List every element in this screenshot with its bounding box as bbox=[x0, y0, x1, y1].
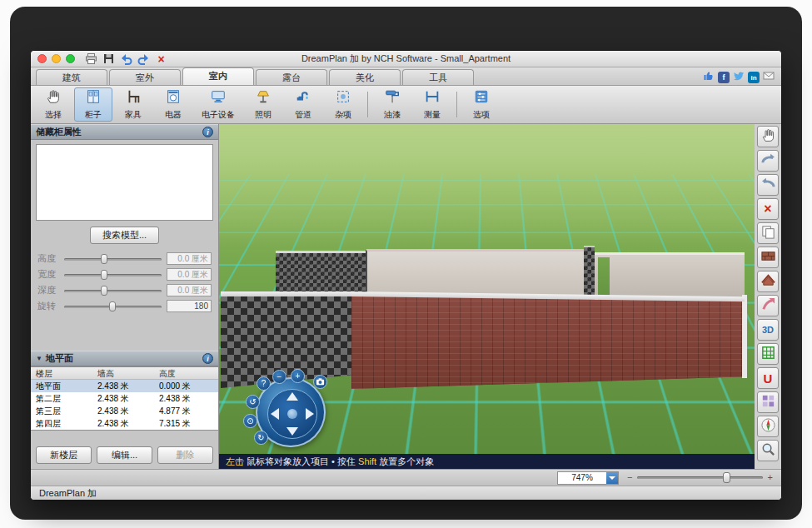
orbit-left-button[interactable] bbox=[757, 150, 779, 172]
column-header[interactable]: 楼层 bbox=[31, 367, 92, 379]
redo-icon[interactable] bbox=[137, 52, 150, 65]
info-icon[interactable]: i bbox=[202, 127, 213, 137]
zoom-in-button[interactable]: + bbox=[291, 369, 305, 383]
tool-plumbing[interactable]: 管道 bbox=[284, 87, 322, 122]
zoom-in-icon[interactable]: + bbox=[768, 473, 773, 482]
tool-measure[interactable]: 测量 bbox=[413, 87, 451, 122]
pan-tool-button[interactable] bbox=[757, 126, 779, 147]
info-icon[interactable]: i bbox=[202, 353, 213, 364]
column-header[interactable]: 高度 bbox=[154, 367, 216, 379]
find-tool-button[interactable] bbox=[757, 440, 779, 461]
table-row[interactable]: 地平面 2.438 米 0.000 米 bbox=[31, 380, 218, 392]
tool-options[interactable]: 选项 bbox=[462, 87, 501, 122]
table-row[interactable]: 第四层 2.438 米 7.315 米 bbox=[31, 417, 218, 430]
like-icon[interactable] bbox=[703, 70, 715, 85]
slider-thumb[interactable] bbox=[101, 270, 107, 280]
facebook-icon[interactable]: f bbox=[718, 72, 730, 83]
height-slider[interactable] bbox=[64, 253, 162, 265]
tab-deck[interactable]: 露台 bbox=[256, 69, 327, 85]
delete-object-button[interactable]: × bbox=[757, 198, 779, 220]
edit-floor-button[interactable]: 编辑... bbox=[97, 446, 152, 464]
copy-button[interactable] bbox=[757, 222, 779, 244]
tool-furniture[interactable]: 家具 bbox=[114, 87, 152, 122]
tool-label: 电子设备 bbox=[202, 109, 235, 121]
column-header[interactable]: 墙高 bbox=[92, 367, 154, 379]
floors-panel-title: 地平面 bbox=[46, 352, 73, 365]
joystick-center[interactable] bbox=[287, 409, 297, 419]
depth-value-field[interactable] bbox=[167, 284, 212, 296]
toolbar-separator bbox=[367, 92, 368, 117]
tool-misc[interactable]: 杂项 bbox=[324, 87, 362, 122]
slider-thumb[interactable] bbox=[101, 254, 107, 264]
app-name-label: DreamPlan 加 bbox=[39, 487, 97, 500]
table-row[interactable]: 第三层 2.438 米 4.877 米 bbox=[31, 405, 218, 417]
rotate-ccw-button[interactable]: ↺ bbox=[246, 395, 260, 409]
tool-select[interactable]: 选择 bbox=[34, 87, 72, 122]
dropdown-arrow-icon[interactable] bbox=[606, 472, 618, 484]
tab-tools[interactable]: 工具 bbox=[402, 69, 474, 85]
rotation-slider[interactable] bbox=[64, 301, 162, 312]
zoom-level-dropdown[interactable]: 747% bbox=[557, 471, 619, 485]
wall-tool-button[interactable] bbox=[757, 247, 779, 268]
viewport-3d[interactable]: ? − + ↺ ⊙ ↻ 左击 鼠标将对象放入项目 • 按住 Shift 放置多个… bbox=[219, 124, 755, 469]
zoom-slider-track[interactable] bbox=[637, 472, 762, 483]
tab-landscaping[interactable]: 美化 bbox=[329, 69, 401, 85]
pan-left-arrow-icon[interactable] bbox=[271, 408, 279, 420]
pan-down-arrow-icon[interactable] bbox=[286, 427, 298, 436]
tab-building[interactable]: 建筑 bbox=[36, 69, 107, 85]
delete-icon[interactable]: × bbox=[155, 52, 167, 65]
table-row[interactable]: 第二层 2.438 米 2.438 米 bbox=[31, 392, 218, 405]
slider-thumb[interactable] bbox=[101, 286, 107, 296]
tool-lighting[interactable]: 照明 bbox=[244, 87, 282, 122]
search-models-button[interactable]: 搜索模型... bbox=[90, 227, 159, 244]
layout-grid-button[interactable] bbox=[757, 391, 779, 413]
rotate-cw-button[interactable]: ↻ bbox=[254, 431, 268, 445]
tab-outdoor[interactable]: 室外 bbox=[109, 69, 181, 85]
pan-up-arrow-icon[interactable] bbox=[286, 392, 298, 401]
save-icon[interactable] bbox=[102, 52, 115, 65]
minimize-button[interactable] bbox=[52, 54, 61, 63]
camera-button[interactable] bbox=[313, 375, 327, 389]
look-around-button[interactable]: ⊙ bbox=[243, 414, 257, 428]
close-button[interactable] bbox=[37, 54, 47, 63]
floors-panel-header[interactable]: ▼ 地平面 i bbox=[31, 351, 218, 366]
slider-thumb[interactable] bbox=[109, 301, 116, 311]
tool-paint[interactable]: 油漆 bbox=[373, 87, 411, 122]
roof-tool-button[interactable] bbox=[757, 271, 779, 292]
undo-icon[interactable] bbox=[120, 52, 132, 65]
curved-arrow-icon bbox=[760, 152, 776, 171]
linkedin-icon[interactable]: in bbox=[748, 72, 760, 83]
maximize-button[interactable] bbox=[66, 54, 75, 63]
delete-floor-button[interactable]: 删除 bbox=[157, 446, 213, 464]
snap-toggle-button[interactable]: U bbox=[757, 367, 779, 389]
height-value-field[interactable] bbox=[167, 252, 212, 265]
zoom-out-button[interactable]: − bbox=[272, 370, 286, 384]
new-floor-button[interactable]: 新楼层 bbox=[36, 446, 92, 464]
email-icon[interactable] bbox=[763, 70, 775, 85]
tool-electronics[interactable]: 电子设备 bbox=[194, 87, 242, 122]
rotation-value-field[interactable] bbox=[167, 300, 212, 312]
compass-icon bbox=[760, 417, 776, 436]
print-icon[interactable] bbox=[85, 52, 97, 65]
width-value-field[interactable] bbox=[167, 268, 212, 281]
width-slider[interactable] bbox=[64, 269, 162, 281]
zoom-out-icon[interactable]: − bbox=[627, 473, 632, 482]
orbit-right-button[interactable] bbox=[757, 174, 779, 196]
tab-indoor[interactable]: 室内 bbox=[182, 67, 254, 85]
view-3d-button[interactable]: 3D bbox=[757, 319, 779, 341]
pan-right-arrow-icon[interactable] bbox=[306, 408, 314, 420]
help-button[interactable]: ? bbox=[257, 376, 271, 391]
depth-slider[interactable] bbox=[64, 285, 162, 296]
grid-toggle-button[interactable] bbox=[757, 343, 779, 365]
zoom-slider-thumb[interactable] bbox=[723, 472, 730, 483]
elevation: 7.315 米 bbox=[154, 417, 216, 430]
twitter-icon[interactable] bbox=[733, 70, 745, 85]
tool-cabinets[interactable]: 柜子 bbox=[74, 87, 112, 122]
pan-joystick[interactable] bbox=[267, 389, 317, 439]
wall-height: 2.438 米 bbox=[92, 392, 154, 405]
interior-wall bbox=[595, 252, 745, 300]
properties-sidebar: 储藏柜属性 i 搜索模型... 高度 宽度 深度 bbox=[31, 124, 219, 469]
tool-appliances[interactable]: 电器 bbox=[154, 87, 192, 122]
material-tool-button[interactable] bbox=[757, 295, 779, 316]
compass-button[interactable] bbox=[757, 416, 779, 437]
